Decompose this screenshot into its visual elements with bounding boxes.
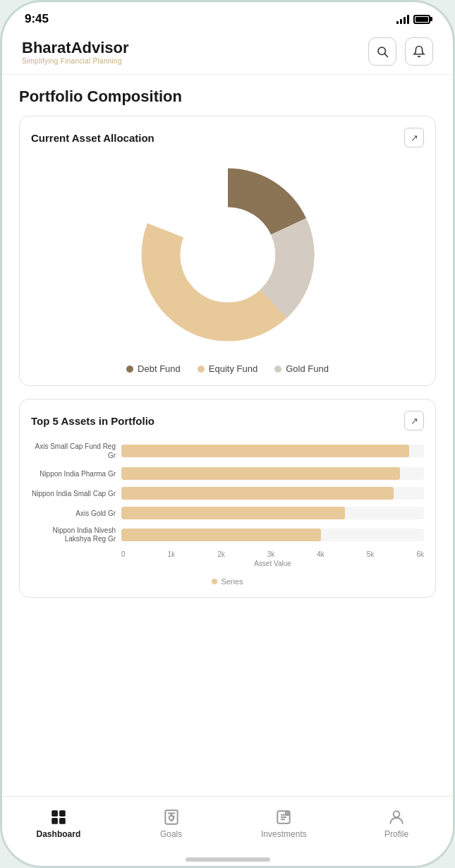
nav-label-dashboard: Dashboard <box>37 829 81 839</box>
debt-fund-label: Debt Fund <box>138 363 181 374</box>
bar-label-5: Nippon India Nivesh Lakshya Reg Gr <box>31 526 116 543</box>
x-label-3k: 3k <box>267 550 275 558</box>
nav-item-dashboard[interactable]: Dashboard <box>2 804 115 843</box>
nav-label-profile: Profile <box>384 829 408 839</box>
bar-chart: Axis Small Cap Fund Reg Gr Nippon India … <box>31 439 424 570</box>
search-icon <box>376 45 389 58</box>
equity-fund-dot <box>198 366 205 373</box>
status-bar: 9:45 <box>2 2 453 32</box>
bar-row-3: Nippon India Small Cap Gr <box>31 487 424 500</box>
bar-fill-4 <box>121 507 345 519</box>
profile-icon <box>387 808 406 826</box>
bell-icon <box>413 45 425 58</box>
gold-fund-dot <box>274 366 281 373</box>
series-label: Series <box>221 577 243 586</box>
svg-rect-9 <box>59 818 66 824</box>
bar-track-3 <box>121 487 424 500</box>
content-area: Portfolio Composition Current Asset Allo… <box>2 75 453 796</box>
svg-point-14 <box>394 811 400 817</box>
logo-area: BharatAdvisor Simplifying Financial Plan… <box>22 39 129 65</box>
top-assets-expand[interactable]: ↗ <box>404 411 424 430</box>
header-actions <box>368 37 433 66</box>
status-time: 9:45 <box>25 12 49 26</box>
svg-rect-7 <box>59 810 66 816</box>
home-indicator <box>186 857 270 862</box>
nav-item-profile[interactable]: Profile <box>340 804 453 843</box>
series-label-container: Series <box>31 577 424 586</box>
bar-row-5: Nippon India Nivesh Lakshya Reg Gr <box>31 526 424 543</box>
asset-allocation-card: Current Asset Allocation ↗ <box>19 116 436 386</box>
gold-fund-label: Gold Fund <box>286 363 329 374</box>
nav-label-goals: Goals <box>160 829 182 839</box>
bar-row-2: Nippon India Pharma Gr <box>31 467 424 480</box>
app-logo-subtitle: Simplifying Financial Planning <box>22 57 129 65</box>
app-logo-title: BharatAdvisor <box>22 39 129 57</box>
bar-label-4: Axis Gold Gr <box>31 509 116 518</box>
svg-rect-6 <box>51 810 58 816</box>
bar-track-4 <box>121 507 424 519</box>
svg-line-1 <box>384 54 387 56</box>
signal-icon <box>396 14 409 24</box>
bottom-nav: Dashboard Goals <box>2 796 453 857</box>
x-label-5k: 5k <box>367 550 375 558</box>
dashboard-icon <box>49 808 68 826</box>
asset-allocation-expand[interactable]: ↗ <box>404 128 424 147</box>
svg-rect-8 <box>51 818 58 824</box>
battery-icon <box>413 15 430 24</box>
phone-frame: 9:45 BharatAdvisor Simplifying Financial… <box>0 0 455 868</box>
equity-fund-label: Equity Fund <box>209 363 257 374</box>
asset-allocation-header: Current Asset Allocation ↗ <box>31 128 424 147</box>
bar-row-1: Axis Small Cap Fund Reg Gr <box>31 442 424 460</box>
debt-fund-dot <box>126 366 133 373</box>
nav-label-investments: Investments <box>261 829 307 839</box>
top-assets-header: Top 5 Assets in Portfolio ↗ <box>31 411 424 430</box>
x-label-4k: 4k <box>317 550 324 558</box>
goals-icon <box>162 808 181 826</box>
bar-label-2: Nippon India Pharma Gr <box>31 469 116 478</box>
top-assets-title: Top 5 Assets in Portfolio <box>31 415 154 427</box>
svg-rect-10 <box>165 810 177 824</box>
nav-item-goals[interactable]: Goals <box>115 804 228 843</box>
bar-fill-2 <box>121 467 400 480</box>
legend-equity-fund: Equity Fund <box>198 363 257 374</box>
bar-row-4: Axis Gold Gr <box>31 507 424 519</box>
donut-chart-container <box>31 156 424 354</box>
x-label-6k: 6k <box>416 550 424 558</box>
series-dot <box>212 579 217 584</box>
x-label-1k: 1k <box>168 550 176 558</box>
legend-gold-fund: Gold Fund <box>274 363 329 374</box>
legend-debt-fund: Debt Fund <box>126 363 181 374</box>
notifications-button[interactable] <box>405 37 433 66</box>
svg-point-5 <box>187 214 269 296</box>
bar-fill-1 <box>121 445 409 457</box>
bar-fill-5 <box>121 529 321 541</box>
x-label-0: 0 <box>121 550 126 558</box>
nav-item-investments[interactable]: Investments <box>228 804 341 843</box>
bar-track-5 <box>121 529 424 541</box>
status-icons <box>396 14 430 24</box>
x-axis-labels: 0 1k 2k 3k 4k 5k 6k <box>121 550 424 558</box>
asset-allocation-title: Current Asset Allocation <box>31 132 154 144</box>
bar-track-2 <box>121 467 424 480</box>
investments-icon <box>274 808 293 826</box>
donut-chart-svg <box>136 163 320 346</box>
x-axis-title: Asset Value <box>121 560 424 567</box>
x-label-2k: 2k <box>217 550 225 558</box>
donut-chart-legend: Debt Fund Equity Fund Gold Fund <box>31 363 424 374</box>
top-assets-card: Top 5 Assets in Portfolio ↗ Axis Small C… <box>19 399 436 598</box>
bar-track-1 <box>121 445 424 457</box>
bar-fill-3 <box>121 487 394 500</box>
search-button[interactable] <box>368 37 396 66</box>
bar-label-3: Nippon India Small Cap Gr <box>31 489 116 498</box>
page-title: Portfolio Composition <box>19 75 436 116</box>
x-axis: 0 1k 2k 3k 4k 5k 6k <box>121 550 424 558</box>
app-header: BharatAdvisor Simplifying Financial Plan… <box>2 32 453 75</box>
bar-label-1: Axis Small Cap Fund Reg Gr <box>31 442 116 460</box>
